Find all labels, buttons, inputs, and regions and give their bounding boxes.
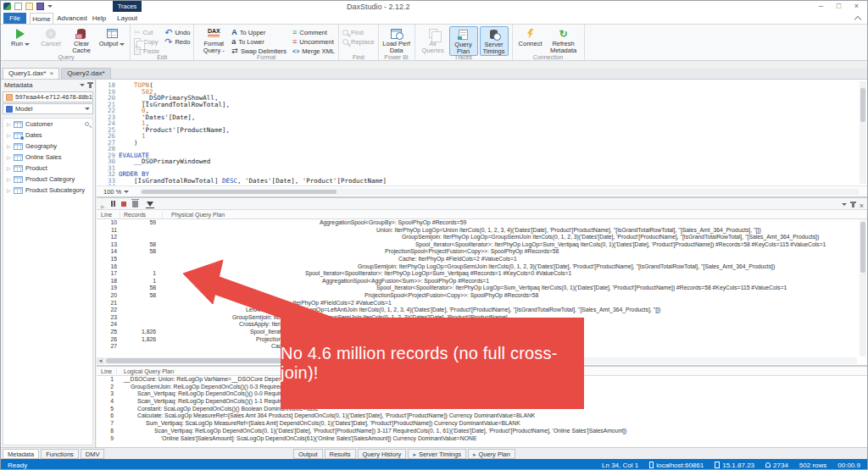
tab-home[interactable]: Home	[30, 13, 53, 24]
scroll-left-icon[interactable]: ◄	[97, 357, 104, 364]
expander-icon[interactable]: ▷	[7, 176, 11, 182]
maximize-button[interactable]: □	[830, 1, 848, 12]
tree-item-geography[interactable]: ▷Geography	[3, 141, 92, 152]
document-tab[interactable]: Query1.dax*	[3, 68, 59, 79]
expander-icon[interactable]: ▷	[7, 154, 11, 160]
trace-tab-icon	[413, 450, 416, 459]
uncomment-button[interactable]: Uncomment	[292, 37, 335, 46]
physical-plan-row[interactable]: 21Cache: IterPhyOp #FieldCols=2 #ValueCo…	[97, 300, 867, 307]
sidebar-tab-dmv[interactable]: DMV	[81, 449, 105, 459]
minimize-button[interactable]: –	[812, 1, 830, 12]
tab-layout[interactable]: Layout	[113, 13, 142, 24]
tree-item-product[interactable]: ▷Product	[3, 163, 92, 174]
code-area[interactable]: TOPN( 502, __DSOPrimaryShowAll, [IsGrand…	[119, 82, 857, 191]
tree-item-dates[interactable]: ▷Dates	[3, 130, 92, 141]
export-icon[interactable]	[147, 202, 153, 207]
expander-icon[interactable]: ▷	[7, 187, 11, 193]
physical-plan-row[interactable]: 1059AggregationSpool<GroupBy>: SpoolPhyO…	[97, 219, 867, 227]
document-tab[interactable]: Query2.dax*	[61, 68, 110, 79]
query-plan-button[interactable]: Query Plan	[449, 26, 478, 56]
physical-plan-row[interactable]: 1358Spool_Iterator<SpoolIterator>: IterP…	[97, 241, 867, 249]
dax-editor[interactable]: 1819202122232425262728293031323334 TOPN(…	[97, 80, 867, 196]
close-button[interactable]: ×	[848, 1, 865, 12]
play-icon[interactable]	[101, 196, 105, 212]
all-queries-button[interactable]: All Queries	[419, 26, 448, 54]
pin-icon[interactable]	[89, 82, 92, 88]
new-file-icon[interactable]	[14, 3, 22, 10]
physical-plan-row[interactable]: 22LeftAntiJoin: IterPhyOp LogOp=LeftAnti…	[97, 307, 867, 314]
find-button[interactable]: Find	[342, 28, 375, 36]
save-icon[interactable]	[36, 3, 44, 10]
logical-plan-row[interactable]: 7Sum_Vertipaq: ScaLogOp MeasureRef=[Sale…	[97, 420, 867, 428]
physical-plan-row[interactable]: 1458ProjectionSpool<ProjectFusion<Copy>>…	[97, 248, 867, 256]
output-tab-query-history[interactable]: Query History	[358, 449, 407, 459]
replace-button[interactable]: Replace	[342, 37, 375, 46]
format-query-button[interactable]: Format Query -	[198, 26, 230, 54]
sidebar-tab-functions[interactable]: Functions	[41, 449, 79, 459]
output-tab-query-plan[interactable]: Query Plan	[468, 449, 515, 459]
physical-plan-row[interactable]: 181AggregationSpool<AggFusion<Sum>>: Spo…	[97, 278, 867, 285]
plan-vertical-scrollbar[interactable]	[860, 220, 866, 357]
pane-close-icon[interactable]	[860, 196, 864, 212]
logical-plan-row[interactable]: 9'Online Sales'[SalesAmount]: ScaLogOp D…	[97, 435, 867, 443]
connection-selector[interactable]: 597eaa44-e712-4678-88b1	[3, 91, 93, 102]
output-button[interactable]: Output	[97, 26, 126, 47]
tab-help[interactable]: Help	[89, 13, 109, 24]
panel-dropdown-icon[interactable]	[80, 84, 85, 86]
undo-button[interactable]: Undo	[164, 28, 190, 36]
open-file-icon[interactable]	[25, 3, 33, 10]
physical-plan-row[interactable]: 1958Spool_Iterator<SpoolIterator>: IterP…	[97, 285, 867, 292]
refresh-metadata-button[interactable]: Refresh Metadata	[547, 26, 581, 54]
physical-plan-row[interactable]: 12GroupSemijoin: IterPhyOp LogOp=GroupSe…	[97, 234, 867, 241]
expander-icon[interactable]: ▷	[7, 121, 11, 127]
logical-plan-row[interactable]: 8Scan_Vertipaq: RelLogOp DependOnCols(0,…	[97, 428, 867, 435]
output-tab-output[interactable]: Output	[293, 449, 323, 459]
tree-item-product-category[interactable]: ▷Product Category	[3, 174, 92, 185]
server-timings-button[interactable]: Server Timings	[480, 26, 509, 56]
editor-horizontal-scrollbar[interactable]	[140, 189, 859, 195]
physical-plan-row[interactable]: 15Cache: IterPhyOp #FieldCols=2 #ValueCo…	[97, 256, 867, 263]
column-header-line[interactable]: Line	[97, 212, 120, 218]
column-header-records[interactable]: Records	[120, 212, 163, 218]
comment-button[interactable]: Comment	[292, 28, 335, 36]
clear-cache-button[interactable]: Clear Cache	[67, 26, 96, 54]
cancel-button[interactable]: Cancel	[36, 26, 65, 47]
expander-icon[interactable]: ▷	[7, 132, 11, 138]
qat-dropdown-icon[interactable]	[47, 5, 53, 8]
tab-advanced[interactable]: Advanced	[55, 13, 89, 24]
expander-icon[interactable]: ▷	[7, 165, 11, 171]
cut-button[interactable]: Cut	[134, 28, 159, 36]
tree-item-online-sales[interactable]: ▷Online Sales	[3, 152, 92, 163]
output-tab-server-timings[interactable]: Server Timings	[408, 449, 466, 459]
output-tab-results[interactable]: Results	[325, 449, 356, 459]
pane-pin-icon[interactable]	[852, 202, 854, 207]
tree-item-customer[interactable]: ▷Customer	[3, 119, 92, 130]
clear-trace-icon[interactable]	[132, 201, 138, 207]
expander-icon[interactable]: ▷	[7, 143, 11, 149]
search-icon[interactable]	[85, 122, 89, 126]
model-selector[interactable]: Model	[3, 103, 93, 114]
column-header-physical-plan[interactable]: Physical Query Plan	[163, 212, 867, 218]
pane-dropdown-icon[interactable]	[842, 203, 847, 206]
redo-button[interactable]: Redo	[164, 37, 190, 46]
to-lower-button[interactable]: To Lower	[231, 37, 287, 46]
zoom-dropdown-icon[interactable]	[124, 191, 129, 193]
run-button[interactable]: Run	[6, 26, 35, 47]
logical-plan-row[interactable]: 6Calculate: ScaLogOp MeasureRef=[Sales A…	[97, 412, 867, 420]
pause-icon[interactable]	[111, 201, 115, 207]
tab-file[interactable]: File	[3, 13, 26, 24]
editor-vertical-scrollbar[interactable]	[860, 81, 866, 184]
sidebar-tab-metadata[interactable]: Metadata	[3, 449, 39, 459]
physical-plan-row[interactable]: 171Spool_Iterator<SpoolIterator>: IterPh…	[97, 270, 867, 278]
copy-button[interactable]: Copy	[134, 37, 159, 46]
physical-plan-row[interactable]: 11Union: IterPhyOp LogOp=Union IterCols(…	[97, 227, 867, 235]
physical-plan-row[interactable]: 2058ProjectionSpool<ProjectFusion<Copy>>…	[97, 292, 867, 300]
to-upper-button[interactable]: To Upper	[231, 28, 287, 36]
physical-plan-row[interactable]: 16GroupSemijoin: IterPhyOp LogOp=GroupSe…	[97, 263, 867, 271]
close-tab-icon[interactable]	[49, 69, 53, 79]
connect-button[interactable]: Connect	[516, 26, 545, 47]
tree-item-product-subcategory[interactable]: ▷Product Subcategory	[3, 185, 92, 196]
column-header-line[interactable]: Line	[97, 368, 117, 374]
load-perf-data-button[interactable]: Load Perf Data	[382, 26, 411, 54]
stop-icon[interactable]	[121, 202, 126, 207]
